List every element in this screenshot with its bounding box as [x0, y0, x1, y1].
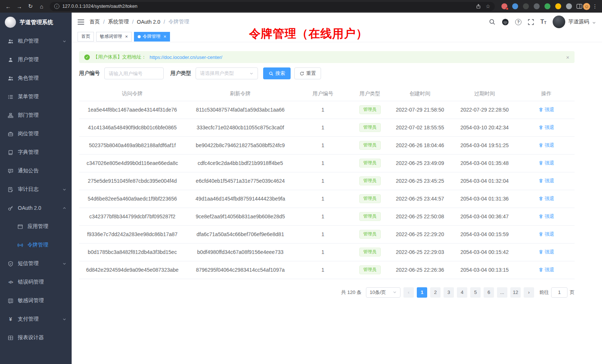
user-type-select[interactable]: 请选择用户类型 — [196, 67, 258, 79]
search-button[interactable]: 搜索 — [263, 67, 291, 79]
pagination-page-button[interactable]: 6 — [484, 287, 494, 298]
pagination-page-button[interactable]: 12 — [510, 287, 521, 298]
doc-link[interactable]: https://doc.iocoder.cn/user-center/ — [150, 54, 222, 60]
pagination-more-button[interactable]: ... — [497, 287, 507, 298]
action-cell: 强退 — [518, 261, 575, 279]
sidebar-item-oauth2[interactable]: OAuth 2.0 — [0, 199, 72, 217]
sidebar-item-oauth2-token[interactable]: 令牌管理 — [0, 236, 72, 254]
pagination-page-button[interactable]: 2 — [430, 287, 441, 298]
sidebar-item-menu[interactable]: 菜单管理 — [0, 87, 72, 106]
force-logout-button[interactable]: 强退 — [539, 267, 554, 273]
force-logout-button[interactable]: 强退 — [539, 231, 554, 238]
extension-blue-icon[interactable] — [512, 3, 518, 9]
reset-button[interactable]: 重置 — [294, 67, 321, 79]
breadcrumb-separator: / — [132, 19, 134, 25]
delete-icon — [539, 143, 543, 148]
browser-home-icon[interactable]: ⌂ — [36, 1, 47, 11]
refresh-icon — [300, 71, 304, 76]
sidebar-item-sensitive[interactable]: 敏感词管理 — [0, 291, 72, 310]
force-logout-button[interactable]: 强退 — [539, 160, 554, 166]
sidebar-item-tenant[interactable]: 租户管理 — [0, 32, 72, 50]
sidebar-item-user[interactable]: 用户管理 — [0, 50, 72, 69]
github-icon[interactable] — [502, 19, 509, 26]
pagination-page-button[interactable]: 1 — [417, 287, 427, 298]
pagination-goto: 前往 页 — [539, 287, 575, 298]
browser-menu-icon[interactable]: ⋮ — [591, 3, 599, 9]
url-text[interactable]: 127.0.0.1:1024/system/oauth2/token — [62, 4, 473, 9]
tab-sensitive[interactable]: 敏感词管理× — [96, 32, 132, 42]
breadcrumb-item[interactable]: 系统管理 — [108, 19, 129, 25]
sidebar-fold-icon[interactable] — [78, 19, 84, 25]
browser-reload-icon[interactable]: ↻ — [25, 1, 36, 11]
split-view-icon[interactable] — [576, 4, 582, 9]
tab-close-icon[interactable]: × — [125, 34, 128, 39]
tab-close-icon[interactable]: × — [164, 34, 167, 39]
search-icon[interactable] — [489, 19, 495, 25]
bookmark-star-icon[interactable]: ☆ — [485, 3, 490, 9]
browser-back-icon[interactable]: ← — [3, 1, 13, 11]
tab-home[interactable]: 首页 — [78, 32, 94, 42]
sidebar-item-post[interactable]: 岗位管理 — [0, 125, 72, 143]
force-logout-button[interactable]: 强退 — [539, 124, 554, 131]
force-logout-button[interactable]: 强退 — [539, 106, 554, 113]
role-icon — [7, 76, 14, 81]
sidebar-item-errcode[interactable]: </>错误码管理 — [0, 273, 72, 291]
sidebar-item-dict[interactable]: 字典管理 — [0, 143, 72, 162]
extension-gray-icon[interactable] — [534, 3, 540, 9]
font-size-icon[interactable]: TT — [540, 19, 546, 25]
user-id-cell: 1 — [295, 172, 351, 190]
sidebar-item-label: 审计日志 — [18, 186, 62, 193]
extension-dark-icon[interactable] — [523, 3, 529, 9]
browser-profile-avatar[interactable]: ☺ — [583, 3, 590, 10]
create-time-cell: 2022-06-25 22:29:20 — [389, 225, 451, 243]
user-id-cell: 1 — [295, 208, 351, 225]
user-menu[interactable]: 芋道源码 — [553, 16, 596, 28]
user-type-cell: 管理员 — [351, 136, 389, 154]
breadcrumb-item[interactable]: OAuth 2.0 — [137, 19, 160, 25]
alert-close-icon[interactable]: × — [566, 54, 569, 60]
sidebar-item-audit[interactable]: 审计日志 — [0, 180, 72, 199]
goto-page-input[interactable] — [551, 287, 567, 298]
tab-active-dot — [138, 35, 141, 38]
extension-green-icon[interactable] — [544, 3, 550, 9]
refresh-token-cell: 9ce8ef2aa9f14056b831ae9b608e28d5 — [186, 208, 295, 225]
force-logout-button[interactable]: 强退 — [539, 178, 554, 184]
sidebar-item-report[interactable]: 报表设计器 — [0, 328, 72, 347]
sidebar-item-dept[interactable]: 部门管理 — [0, 106, 72, 125]
fullscreen-icon[interactable] — [528, 19, 534, 25]
extension-red-icon[interactable] — [501, 3, 507, 9]
page-size-select[interactable]: 10条/页 — [366, 287, 400, 298]
sidebar-item-sms[interactable]: 短信管理 — [0, 254, 72, 273]
user-id-cell: 1 — [295, 154, 351, 172]
pagination-page-button[interactable]: 4 — [457, 287, 467, 298]
extension-light-icon[interactable] — [566, 3, 572, 9]
pagination-prev-button[interactable]: ‹ — [403, 287, 414, 298]
sidebar-logo[interactable]: 芋道管理系统 — [0, 13, 72, 32]
share-icon[interactable] — [476, 4, 481, 9]
sidebar-item-notice[interactable]: 通知公告 — [0, 162, 72, 180]
sidebar-item-role[interactable]: 角色管理 — [0, 69, 72, 87]
site-info-icon[interactable]: i — [54, 4, 59, 9]
pagination-pages: 123456...12 — [417, 287, 521, 298]
breadcrumb-item[interactable]: 首页 — [89, 19, 100, 25]
user-id-input[interactable] — [104, 67, 164, 79]
force-logout-button[interactable]: 强退 — [539, 142, 554, 149]
pagination-next-button[interactable]: › — [524, 287, 534, 298]
address-bar[interactable]: i 127.0.0.1:1024/system/oauth2/token ☆ — [50, 2, 495, 11]
tab-token[interactable]: 令牌管理× — [134, 32, 170, 42]
help-icon[interactable]: ? — [515, 19, 521, 25]
force-logout-button[interactable]: 强退 — [539, 195, 554, 202]
pagination-page-button[interactable]: 3 — [444, 287, 454, 298]
extension-multi-icon[interactable] — [555, 3, 561, 9]
force-logout-button[interactable]: 强退 — [539, 249, 554, 255]
sidebar-item-oauth2-app[interactable]: 应用管理 — [0, 217, 72, 236]
force-logout-button[interactable]: 强退 — [539, 213, 554, 220]
sidebar-item-pay[interactable]: ¥支付管理 — [0, 310, 72, 328]
create-time-cell: 2022-06-26 18:04:46 — [389, 136, 451, 154]
access-token-cell: 502375b8040a469a9b82188afdf6af1f — [79, 136, 186, 154]
browser-forward-icon[interactable]: → — [14, 1, 24, 11]
column-header: 刷新令牌 — [186, 87, 295, 101]
pagination-page-button[interactable]: 5 — [470, 287, 481, 298]
table-row: b0d1785bc3a8482f812db4a3f3bd15ecb0df4980… — [79, 243, 575, 261]
refresh-token-cell: 49d1aa46d1454fbd87591444423be9fa — [186, 190, 295, 208]
